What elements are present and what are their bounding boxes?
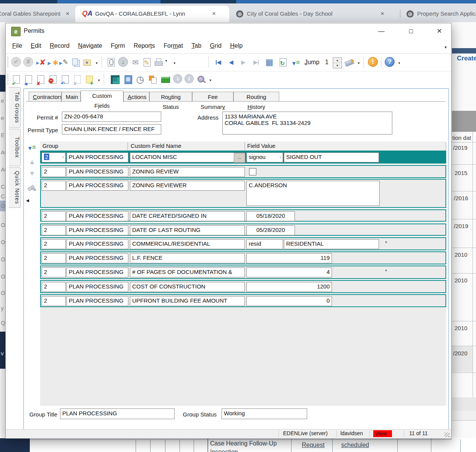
value-text-field[interactable]: SIGNED OUT [284,152,379,162]
table-row[interactable]: 2 PLAN PROCESSING DATE CREATED/SIGNED IN… [40,209,446,222]
chevron-down-icon[interactable] [356,61,361,66]
no-action-icon[interactable] [27,183,37,193]
move-down-icon[interactable] [27,168,37,178]
discard-doc-icon[interactable] [72,74,83,85]
dock-tab-tab-groups[interactable]: Tab Groups [9,87,21,128]
cancel-icon[interactable] [23,57,33,67]
group-cell[interactable]: 2 [42,167,66,177]
chevron-down-icon[interactable] [397,61,402,66]
edit-record-icon[interactable] [59,57,70,68]
group-cell[interactable]: 2 [42,253,66,263]
table-row[interactable]: 2 PLAN PROCESSING COST OF CONSTRUCTION 1… [40,280,446,293]
column-header-field-value[interactable]: Field Value [247,143,275,149]
menu-help[interactable]: Help [230,42,243,49]
table-row[interactable]: 2 PLAN PROCESSING ZONING REVIEW [40,165,446,178]
table-row[interactable]: 2 PLAN PROCESSING ZONING REVIEWER C.ANDE… [40,179,446,208]
tab-custom-fields[interactable]: Custom Fields [81,91,123,102]
group-name-cell[interactable]: PLAN PROCESSING [66,167,128,177]
sort-rows-icon[interactable] [27,142,37,152]
permit-number-field[interactable]: ZN-20-05-6478 [62,112,161,122]
globe-1-icon[interactable]: 1 [173,74,182,83]
chevron-down-icon[interactable] [164,59,168,63]
group-name-cell[interactable]: PLAN PROCESSING [66,181,128,191]
value-checkbox[interactable] [249,168,256,175]
field-name-cell[interactable]: ZONING REVIEW [130,167,245,177]
grid-view-icon[interactable] [264,57,275,68]
group-name-cell[interactable]: PLAN PROCESSING [66,296,128,306]
chevron-down-icon[interactable] [94,61,99,66]
dock-tab-toolbox[interactable]: Toolbox [9,129,21,166]
value-number-field[interactable]: 0 [246,296,332,306]
group-name-cell[interactable]: PLAN PROCESSING [66,225,128,235]
menu-file[interactable]: File [12,42,22,49]
group-name-cell[interactable]: PLAN PROCESSING [66,152,128,162]
sort-icon[interactable] [291,57,301,68]
tab-routing-status[interactable]: Routing Status [149,92,192,102]
field-name-cell[interactable]: UPFRONT BUILDING FEE AMOUNT [130,296,245,306]
globe-2-icon[interactable]: 2 [185,74,194,83]
first-record-icon[interactable] [214,57,224,68]
tab-fee-summary[interactable]: Fee Summary [192,92,233,102]
request-link[interactable]: Request [302,442,325,449]
field-name-cell[interactable]: # OF PAGES OF DOCUMENTATION & [130,267,245,277]
field-name-cell[interactable]: ZONING REVIEWER [130,181,245,191]
menu-format[interactable]: Format [164,42,183,49]
field-name-cell[interactable]: DATE OF LAST ROUTING [130,225,245,235]
undo-doc-icon[interactable] [60,74,71,85]
menu-reports[interactable]: Reports [134,42,155,49]
collapse-icon[interactable] [22,195,33,205]
group-name-cell[interactable]: PLAN PROCESSING [66,253,128,263]
group-cell[interactable]: 2 [42,267,66,277]
prev-record-icon[interactable] [226,57,236,68]
ellipsis-button[interactable]: ... [234,153,245,163]
create-button[interactable]: Create [457,55,476,62]
calculator-icon[interactable] [123,74,133,85]
menu-navigate[interactable]: Navigate [78,42,102,49]
back-doc-icon[interactable] [23,74,34,85]
history-icon[interactable] [118,57,128,67]
tab-actions[interactable]: Actions [123,92,149,102]
group-cell[interactable]: 2 [42,239,66,249]
move-up-icon[interactable] [27,157,37,167]
menu-record[interactable]: Record [50,42,70,49]
delete-record-icon[interactable] [36,57,47,68]
delete-doc-icon[interactable] [36,74,46,85]
title-bar[interactable]: e Permits — ☐ ✕ [6,23,451,39]
map-icon[interactable] [110,74,120,85]
table-row[interactable]: 2 PLAN PROCESSING UPFRONT BUILDING FEE A… [40,294,446,307]
column-header-custom-field-name[interactable]: Custom Field Name [131,143,181,149]
group-cell[interactable]: 2 [42,181,66,191]
save-doc-icon[interactable] [11,74,22,85]
address-field[interactable]: 1133 MARIANA AVE CORAL GABLES FL 33134-2… [222,112,392,134]
next-record-icon[interactable] [238,57,249,68]
jump-spinner[interactable]: ▲▼ [333,57,342,68]
clock-icon[interactable] [135,74,146,85]
table-row[interactable]: 2 PLAN PROCESSING L.F. FENCE 119 [40,251,446,264]
group-name-cell[interactable]: PLAN PROCESSING [66,267,128,277]
group-name-cell[interactable]: PLAN PROCESSING [66,239,128,249]
maximize-icon[interactable]: ☐ [402,26,420,37]
value-code-combo[interactable]: resid [246,239,283,249]
table-row[interactable]: 2˅ PLAN PROCESSING LOCATION MISC ... sig… [40,151,446,164]
print-icon[interactable] [153,57,164,68]
value-text-field[interactable]: RESIDENTIAL [284,239,379,249]
table-row[interactable]: 2 PLAN PROCESSING # OF PAGES OF DOCUMENT… [40,266,446,279]
permit-type-field[interactable]: CHAIN LINK FENCE / FENCE REF [62,124,161,134]
alert-icon[interactable] [368,57,378,67]
field-name-cell[interactable]: LOCATION MISC [130,152,245,162]
attach-icon[interactable] [106,57,117,68]
chevron-down-icon[interactable] [172,61,177,66]
new-record-icon[interactable] [48,57,58,68]
chevron-down-icon[interactable] [97,78,101,83]
group-cell[interactable]: 2 [42,211,66,221]
scheduled-link[interactable]: scheduled [341,442,369,449]
group-name-cell[interactable]: PLAN PROCESSING [66,211,128,221]
group-cell[interactable]: 2 [42,282,66,292]
field-name-cell[interactable]: COMMERCIAL/RESIDENTIAL [130,239,245,249]
column-header-group[interactable]: Group [42,143,58,149]
menu-tab[interactable]: Tab [191,42,201,49]
resize-grip[interactable] [444,433,450,437]
highlighter-icon[interactable] [344,57,355,68]
toolbar-grip[interactable] [7,57,8,68]
value-code-combo[interactable]: signou˅ [246,152,283,162]
